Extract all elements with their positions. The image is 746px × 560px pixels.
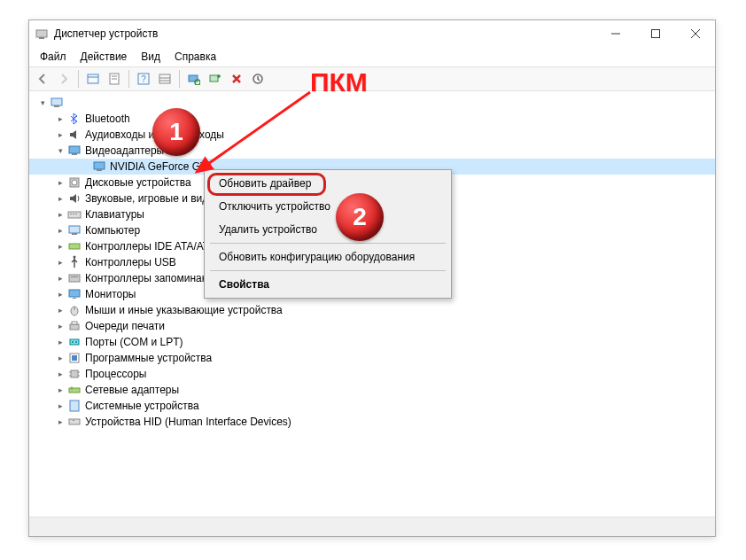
svg-rect-39 — [73, 298, 76, 299]
svg-rect-42 — [70, 324, 79, 330]
expand-icon[interactable]: ▸ — [54, 114, 66, 123]
svg-rect-48 — [72, 355, 77, 361]
svg-rect-0 — [36, 30, 47, 37]
tree-mice[interactable]: ▸ Мыши и иные указывающие устройства — [29, 302, 715, 318]
tree-system-devices[interactable]: ▸ Системные устройства — [29, 398, 715, 414]
expand-icon[interactable]: ▸ — [54, 258, 66, 267]
uninstall-button[interactable] — [227, 69, 246, 89]
cm-properties[interactable]: Свойства — [206, 273, 449, 296]
tree-video-adapters[interactable]: ▾ Видеоадаптеры — [29, 143, 715, 159]
network-icon — [67, 383, 82, 397]
tree-label: NVIDIA GeForce GT — [110, 160, 206, 173]
tree-hid[interactable]: ▸ Устройства HID (Human Interface Device… — [29, 414, 715, 430]
menu-action[interactable]: Действие — [74, 49, 135, 65]
expand-icon[interactable]: ▸ — [54, 210, 66, 219]
expand-icon[interactable]: ▸ — [54, 322, 66, 331]
tree-software-devices[interactable]: ▸ Программные устройства — [29, 350, 715, 366]
display-adapter-icon — [67, 144, 82, 158]
svg-rect-1 — [39, 37, 44, 39]
svg-rect-44 — [70, 339, 79, 345]
expand-icon[interactable]: ▸ — [54, 354, 66, 362]
display-adapter-icon — [92, 159, 106, 174]
svg-rect-20 — [51, 98, 62, 105]
menu-file[interactable]: Файл — [33, 49, 74, 65]
scan-hardware-button[interactable] — [184, 69, 204, 89]
cm-update-config[interactable]: Обновить конфигурацию оборудования — [206, 245, 449, 268]
cm-update-driver[interactable]: Обновить драйвер — [206, 172, 449, 195]
svg-rect-38 — [69, 290, 80, 297]
software-icon — [67, 351, 82, 365]
svg-point-27 — [72, 180, 77, 185]
menu-help[interactable]: Справка — [167, 49, 223, 65]
svg-rect-57 — [69, 419, 80, 424]
cm-separator — [210, 243, 446, 244]
menu-view[interactable]: Вид — [134, 49, 167, 65]
minimize-button[interactable] — [595, 20, 635, 47]
expand-icon[interactable]: ▸ — [54, 194, 66, 203]
cm-disable-device[interactable]: Отключить устройство — [206, 195, 449, 218]
add-legacy-button[interactable] — [206, 69, 225, 89]
svg-rect-22 — [69, 146, 80, 153]
collapse-icon[interactable]: ▾ — [54, 146, 66, 155]
monitor-icon — [67, 287, 82, 301]
expand-icon[interactable]: ▸ — [54, 242, 66, 251]
expand-icon[interactable]: ▸ — [54, 274, 66, 283]
expand-icon[interactable]: ▸ — [54, 369, 66, 378]
tree-print-queues[interactable]: ▸ Очереди печати — [29, 318, 715, 334]
svg-rect-37 — [71, 276, 78, 277]
tree-label: Видеоадаптеры — [85, 144, 164, 157]
svg-rect-32 — [69, 226, 80, 233]
tree-label: Порты (COM и LPT) — [85, 336, 183, 348]
forward-button[interactable] — [54, 69, 74, 89]
collapse-icon[interactable]: ▾ — [36, 98, 49, 107]
svg-rect-34 — [69, 244, 80, 249]
cpu-icon — [67, 367, 82, 381]
computer-icon — [67, 223, 82, 237]
mouse-icon — [67, 303, 82, 317]
svg-rect-43 — [72, 322, 77, 324]
update-driver-button[interactable] — [248, 69, 268, 89]
close-button[interactable] — [675, 20, 715, 47]
expand-icon[interactable]: ▸ — [54, 290, 66, 299]
maximize-button[interactable] — [635, 20, 675, 47]
svg-rect-58 — [73, 420, 74, 421]
expand-icon[interactable]: ▸ — [54, 401, 66, 410]
tree-bluetooth[interactable]: ▸ Bluetooth — [29, 111, 715, 127]
svg-rect-54 — [69, 388, 80, 393]
cm-remove-device[interactable]: Удалить устройство — [206, 218, 449, 241]
tree-label: Системные устройства — [85, 400, 199, 412]
system-icon — [67, 399, 82, 413]
bluetooth-icon — [67, 112, 82, 126]
svg-rect-13 — [159, 74, 170, 83]
storage-icon — [67, 271, 82, 285]
tree-network-adapters[interactable]: ▸ Сетевые адаптеры — [29, 382, 715, 398]
menubar: Файл Действие Вид Справка — [29, 47, 715, 66]
show-hidden-button[interactable] — [83, 69, 103, 89]
properties-button[interactable] — [105, 69, 124, 89]
tree-audio[interactable]: ▸ Аудиовходы и аудиовыходы — [29, 127, 715, 143]
list-button[interactable] — [155, 69, 175, 89]
expand-icon[interactable]: ▸ — [54, 178, 66, 187]
cm-separator — [210, 270, 446, 271]
expand-icon[interactable]: ▸ — [54, 417, 66, 426]
window-title: Диспетчер устройств — [54, 27, 595, 40]
svg-rect-30 — [73, 214, 74, 214]
sound-icon — [67, 191, 82, 206]
context-menu: Обновить драйвер Отключить устройство Уд… — [204, 169, 452, 299]
tree-processors[interactable]: ▸ Процессоры — [29, 366, 715, 382]
tree-ports[interactable]: ▸ Порты (COM и LPT) — [29, 334, 715, 350]
svg-rect-56 — [70, 401, 79, 411]
tree-label: Устройства HID (Human Interface Devices) — [85, 416, 291, 428]
help-button[interactable]: ? — [134, 69, 153, 89]
expand-icon[interactable]: ▸ — [54, 130, 66, 139]
back-button[interactable] — [33, 69, 52, 89]
tree-root[interactable]: ▾ — [29, 95, 715, 111]
expand-icon[interactable]: ▸ — [54, 338, 66, 346]
device-tree[interactable]: ▾ ▸ Bluetooth ▸ Аудиовходы и аудиовыходы… — [29, 91, 715, 517]
statusbar — [29, 517, 715, 536]
controller-icon — [67, 239, 82, 253]
tree-label: Очереди печати — [85, 320, 165, 332]
expand-icon[interactable]: ▸ — [54, 226, 66, 235]
expand-icon[interactable]: ▸ — [54, 385, 66, 394]
expand-icon[interactable]: ▸ — [54, 306, 66, 315]
